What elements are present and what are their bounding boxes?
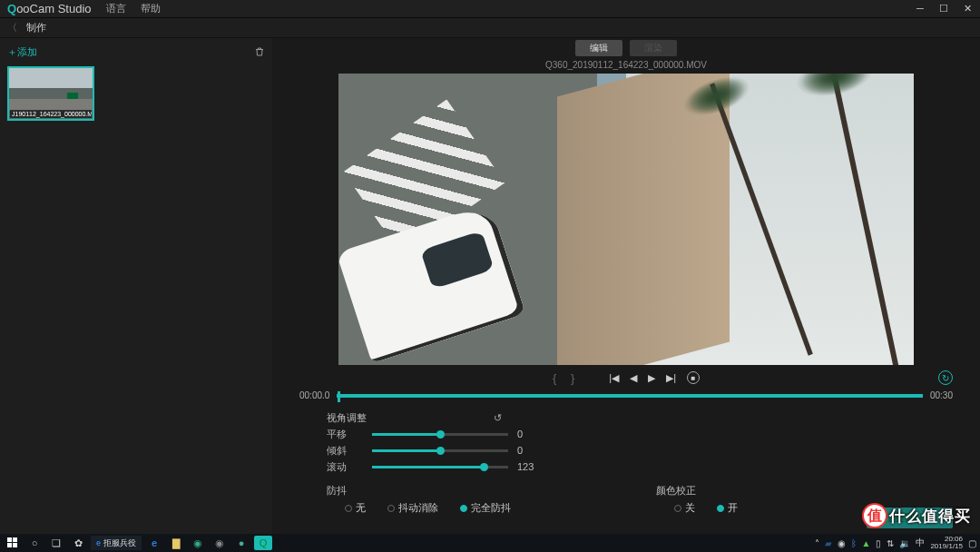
back-button[interactable]: 〈 <box>7 21 17 34</box>
media-sidebar: ＋添加 J190112_164223_000000.MOV <box>0 38 272 534</box>
range-indicator: { } <box>553 371 580 385</box>
add-media-button[interactable]: ＋添加 <box>7 45 37 59</box>
page-title: 制作 <box>26 21 46 34</box>
tilt-slider[interactable] <box>372 449 508 452</box>
window-minimize[interactable]: ─ <box>915 3 926 15</box>
svg-rect-0 <box>7 537 12 542</box>
window-close[interactable]: ✕ <box>962 3 973 15</box>
window-maximize[interactable]: ☐ <box>938 3 949 15</box>
task-view-icon[interactable]: ❏ <box>47 536 65 550</box>
start-button[interactable] <box>4 536 22 550</box>
stab-none[interactable]: 无 <box>345 501 366 515</box>
tray-bluetooth-icon[interactable]: ᛒ <box>851 538 857 548</box>
stop-button[interactable]: ■ <box>687 371 700 384</box>
timeline-scrubber[interactable] <box>337 394 923 398</box>
prev-frame-button[interactable]: |◀ <box>609 372 619 384</box>
explorer-icon[interactable]: ▇ <box>167 536 185 550</box>
clip-thumbnail[interactable]: J190112_164223_000000.MOV <box>7 66 94 121</box>
roll-label: 滚动 <box>327 460 363 474</box>
menu-help[interactable]: 帮助 <box>141 2 161 15</box>
color-on[interactable]: 开 <box>717 501 738 515</box>
windows-taskbar: ○ ❏ ✿ e拒服兵役 e ▇ ◉ ◉ ● Q ˄ ▰ ◉ ᛒ ▲ ▯ ⇅ 🔉 … <box>0 534 980 552</box>
sync-icon[interactable]: ↻ <box>938 370 953 385</box>
svg-rect-2 <box>7 543 12 547</box>
roll-value: 123 <box>517 461 534 472</box>
video-preview[interactable] <box>338 74 914 365</box>
section-view-adjust: 视角调整 <box>327 411 367 425</box>
tray-ime[interactable]: 中 <box>916 537 925 549</box>
menu-language[interactable]: 语言 <box>106 2 126 15</box>
clip-filename: J190112_164223_000000.MOV <box>10 110 92 118</box>
current-filename: Q360_20190112_164223_000000.MOV <box>272 58 980 74</box>
tilt-value: 0 <box>517 445 523 456</box>
app-icon-3[interactable]: ◉ <box>211 536 229 550</box>
next-frame-button[interactable]: ▶| <box>666 372 676 384</box>
app-icon-1[interactable]: ✿ <box>69 536 87 550</box>
tray-wifi-icon[interactable]: ⇅ <box>887 538 894 548</box>
tray-battery-icon[interactable]: ▯ <box>876 538 881 548</box>
app-icon-4[interactable]: ● <box>232 536 250 550</box>
tray-security-icon[interactable]: ▲ <box>862 538 871 548</box>
section-stabilize: 防抖 <box>327 484 511 498</box>
notifications-icon[interactable]: ▢ <box>968 538 976 548</box>
time-end: 00:30 <box>930 390 953 400</box>
pan-label: 平移 <box>327 428 363 441</box>
qoocam-task-icon[interactable]: Q <box>254 536 272 550</box>
app-icon-2[interactable]: ◉ <box>189 536 207 550</box>
pan-value: 0 <box>517 429 523 439</box>
play-button[interactable]: ▶ <box>648 372 655 384</box>
tray-volume-icon[interactable]: 🔉 <box>899 538 910 548</box>
tray-onedrive-icon[interactable]: ▰ <box>825 538 832 548</box>
stab-full[interactable]: 完全防抖 <box>460 501 511 515</box>
pan-slider[interactable] <box>372 433 508 436</box>
tray-up-icon[interactable]: ˄ <box>815 538 819 548</box>
section-color: 颜色校正 <box>656 484 738 498</box>
svg-rect-3 <box>13 543 17 547</box>
tab-render[interactable]: 渲染 <box>630 40 677 56</box>
app-logo: QooCam Studio <box>7 2 92 15</box>
tab-edit[interactable]: 编辑 <box>575 40 622 56</box>
edge-icon[interactable]: e <box>145 536 163 550</box>
tray-steam-icon[interactable]: ◉ <box>838 538 846 548</box>
export-button[interactable]: 渲染到队列 <box>867 508 953 528</box>
delete-icon[interactable] <box>254 46 265 59</box>
taskbar-clock[interactable]: 20:062019/1/15 <box>930 536 963 550</box>
roll-slider[interactable] <box>372 466 508 468</box>
edge-task[interactable]: e拒服兵役 <box>91 536 142 550</box>
reset-view-icon[interactable]: ↺ <box>494 412 502 424</box>
svg-rect-1 <box>13 537 17 542</box>
time-start: 00:00.0 <box>299 390 329 400</box>
cortana-icon[interactable]: ○ <box>25 536 44 550</box>
step-back-button[interactable]: ◀ <box>630 372 637 384</box>
color-off[interactable]: 关 <box>674 501 695 515</box>
stab-shake[interactable]: 抖动消除 <box>387 501 438 515</box>
tilt-label: 倾斜 <box>327 444 363 458</box>
